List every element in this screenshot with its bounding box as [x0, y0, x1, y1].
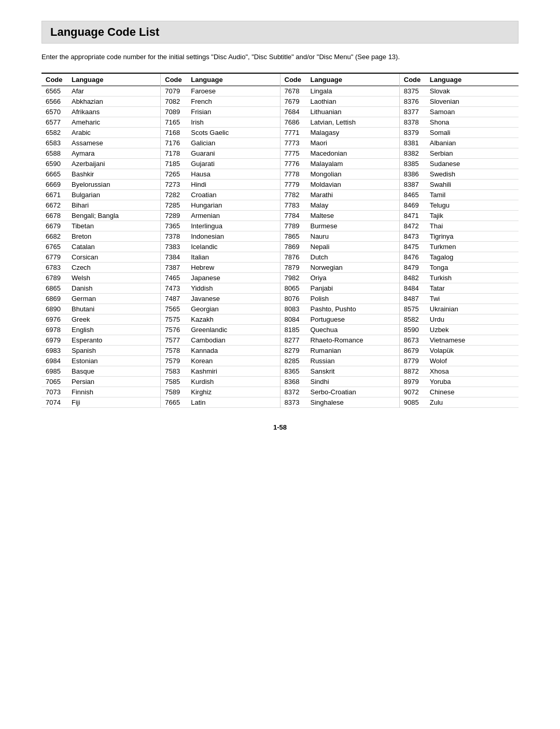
table-row: 6865Danish: [41, 283, 160, 294]
language-code: 7665: [165, 398, 191, 406]
table-row: 6582Arabic: [41, 128, 160, 138]
language-header: Language: [191, 76, 275, 84]
language-code: 8679: [404, 347, 430, 354]
language-name: Kazakh: [191, 315, 275, 323]
language-code: 8285: [285, 357, 311, 365]
language-code: 8482: [404, 274, 430, 282]
language-code: 7686: [285, 118, 311, 126]
language-table: CodeLanguage6565Afar6566Abkhazian6570Afr…: [41, 73, 519, 408]
table-row: 7775Macedonian: [281, 148, 399, 159]
language-name: Bhutani: [72, 305, 156, 313]
language-name: Ukrainian: [430, 305, 514, 313]
language-code: 8368: [285, 378, 311, 386]
language-name: Esperanto: [72, 336, 156, 344]
language-code: 7876: [285, 253, 311, 261]
column-header-1: CodeLanguage: [41, 74, 160, 86]
language-code: 7771: [285, 129, 311, 136]
language-name: Galician: [191, 139, 275, 147]
table-row: 8375Slovak: [400, 86, 519, 97]
table-row: 6984Estonian: [41, 356, 160, 366]
language-name: Tamil: [430, 191, 514, 199]
language-code: 7679: [285, 98, 311, 105]
language-code: 8673: [404, 336, 430, 344]
language-code: 6679: [46, 222, 72, 230]
table-row: 6783Czech: [41, 263, 160, 273]
table-row: 6565Afar: [41, 86, 160, 97]
code-header: Code: [285, 76, 311, 84]
table-row: 7589Kirghiz: [161, 387, 279, 397]
language-name: Kashmiri: [191, 367, 275, 375]
language-name: Greek: [72, 315, 156, 323]
language-name: Tatar: [430, 284, 514, 292]
language-code: 7782: [285, 191, 311, 199]
language-name: Tigrinya: [430, 232, 514, 240]
language-name: Laothian: [311, 98, 395, 105]
table-row: 8386Swedish: [400, 169, 519, 180]
language-code: 7784: [285, 212, 311, 219]
language-name: Lithuanian: [311, 108, 395, 116]
table-row: 8673Vietnamese: [400, 335, 519, 346]
table-row: 7865Nauru: [281, 231, 399, 242]
language-code: 8084: [285, 315, 311, 323]
language-code: 8471: [404, 212, 430, 219]
language-code: 8379: [404, 129, 430, 136]
language-name: Volapük: [430, 347, 514, 354]
language-name: Tajik: [430, 212, 514, 219]
language-code: 8373: [285, 398, 311, 406]
language-name: Macedonian: [311, 149, 395, 157]
language-code: 7576: [165, 326, 191, 334]
language-name: Welsh: [72, 274, 156, 282]
table-row: 8479Tonga: [400, 263, 519, 273]
table-row: 7079Faroese: [161, 86, 279, 97]
language-code: 7178: [165, 149, 191, 157]
language-header: Language: [311, 76, 395, 84]
language-code: 8185: [285, 326, 311, 334]
language-code: 6669: [46, 181, 72, 188]
language-code: 6583: [46, 139, 72, 147]
language-code: 8372: [285, 388, 311, 396]
table-row: 7168Scots Gaelic: [161, 128, 279, 138]
language-name: English: [72, 326, 156, 334]
language-name: Greenlandic: [191, 326, 275, 334]
table-row: 6765Catalan: [41, 242, 160, 252]
language-code: 6978: [46, 326, 72, 334]
table-row: 8381Albanian: [400, 138, 519, 148]
table-row: 8779Wolof: [400, 356, 519, 366]
language-code: 8083: [285, 305, 311, 313]
language-name: Pashto, Pushto: [311, 305, 395, 313]
table-row: 6890Bhutani: [41, 304, 160, 314]
language-code: 7773: [285, 139, 311, 147]
language-code: 7074: [46, 398, 72, 406]
language-name: Norwegian: [311, 264, 395, 271]
language-name: Kurdish: [191, 378, 275, 386]
language-name: Lingala: [311, 87, 395, 95]
language-code: 7365: [165, 222, 191, 230]
table-row: 6672Bihari: [41, 200, 160, 211]
language-code: 8475: [404, 243, 430, 251]
language-code: 6779: [46, 253, 72, 261]
language-name: Albanian: [430, 139, 514, 147]
column-3: CodeLanguage7678Lingala7679Laothian7684L…: [281, 74, 400, 408]
language-name: Maori: [311, 139, 395, 147]
language-code: 7589: [165, 388, 191, 396]
language-name: Burmese: [311, 222, 395, 230]
language-code: 6570: [46, 108, 72, 116]
language-name: Indonesian: [191, 232, 275, 240]
language-code: 6672: [46, 201, 72, 209]
language-code: 9072: [404, 388, 430, 396]
language-name: Hindi: [191, 181, 275, 188]
language-code: 6665: [46, 170, 72, 178]
language-code: 7165: [165, 118, 191, 126]
language-name: Swahili: [430, 181, 514, 188]
language-name: Slovak: [430, 87, 514, 95]
table-row: 8484Tatar: [400, 283, 519, 294]
language-code: 6979: [46, 336, 72, 344]
table-row: 8372Serbo-Croatian: [281, 387, 399, 397]
table-row: 7383Icelandic: [161, 242, 279, 252]
language-code: 8484: [404, 284, 430, 292]
table-row: 9072Chinese: [400, 387, 519, 397]
language-name: Corsican: [72, 253, 156, 261]
table-row: 7089Frisian: [161, 107, 279, 117]
language-code: 6765: [46, 243, 72, 251]
table-row: 6678Bengali; Bangla: [41, 211, 160, 221]
